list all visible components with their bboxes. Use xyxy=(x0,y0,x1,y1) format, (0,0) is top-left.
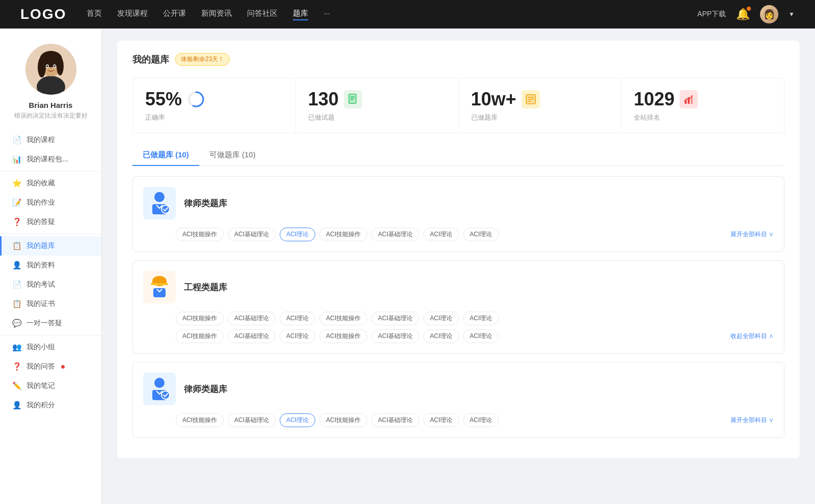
tag-1-5[interactable]: ACI基础理论 xyxy=(371,228,419,241)
qbank-card-lawyer-1: 律师类题库 ACI技能操作 ACI基础理论 ACI理论 ACI技能操作 ACI基… xyxy=(132,176,784,252)
svg-rect-13 xyxy=(349,94,356,103)
logo[interactable]: LOGO xyxy=(20,6,66,22)
tag-2b-1[interactable]: ACI技能操作 xyxy=(176,329,224,343)
tag-3-7[interactable]: ACI理论 xyxy=(463,413,499,427)
tag-2a-4[interactable]: ACI技能操作 xyxy=(319,312,367,325)
sidebar-label-questions: 我的答疑 xyxy=(26,217,55,227)
tag-1-3[interactable]: ACI理论 xyxy=(280,228,315,241)
qbank-card-engineer: 工程类题库 ACI技能操作 ACI基础理论 ACI理论 ACI技能操作 ACI基… xyxy=(132,260,784,354)
sidebar-item-profile[interactable]: 👤我的资料 xyxy=(0,256,101,275)
sidebar-label-points: 我的积分 xyxy=(26,401,55,410)
tag-2b-7[interactable]: ACI理论 xyxy=(463,329,499,343)
tag-2a-5[interactable]: ACI基础理论 xyxy=(371,312,419,325)
nav-link-0[interactable]: 首页 xyxy=(87,9,102,20)
accuracy-pie-icon xyxy=(187,90,205,108)
tag-2a-3[interactable]: ACI理论 xyxy=(280,312,315,325)
stat-banks-top: 10w+ xyxy=(471,89,540,110)
stat-rank: 1029 全站排名 xyxy=(621,78,784,132)
tag-1-6[interactable]: ACI理论 xyxy=(423,228,459,241)
avatar-dropdown-icon[interactable]: ▼ xyxy=(789,11,795,18)
tag-1-4[interactable]: ACI技能操作 xyxy=(319,228,367,241)
tag-3-3[interactable]: ACI理论 xyxy=(280,413,315,427)
sidebar-avatar xyxy=(25,44,76,95)
nav-link-3[interactable]: 新闻资讯 xyxy=(201,9,232,20)
notification-bell[interactable]: 🔔 xyxy=(736,8,750,21)
sidebar-icon-course_packages: 📊 xyxy=(12,155,21,164)
sidebar-label-course_packages: 我的课程包... xyxy=(26,155,68,164)
svg-point-5 xyxy=(38,57,46,77)
qbank-tags-row-2b: ACI技能操作 ACI基础理论 ACI理论 ACI技能操作 ACI基础理论 AC… xyxy=(143,329,774,343)
sidebar-item-courses[interactable]: 📄我的课程 xyxy=(0,130,101,150)
sidebar-label-notes: 我的笔记 xyxy=(26,381,55,390)
user-avatar[interactable]: 👩 xyxy=(760,5,778,23)
svg-rect-32 xyxy=(153,288,166,297)
nav-link-1[interactable]: 发现课程 xyxy=(117,9,148,20)
tag-3-4[interactable]: ACI技能操作 xyxy=(319,413,367,427)
svg-point-35 xyxy=(161,391,170,399)
nav-link-4[interactable]: 问答社区 xyxy=(247,9,278,20)
sidebar-item-homework[interactable]: 📝我的作业 xyxy=(0,193,101,212)
sidebar-item-favorites[interactable]: ⭐我的收藏 xyxy=(0,174,101,193)
main-content: 我的题库 体验剩余23天！ 55% xyxy=(102,29,815,504)
trial-badge: 体验剩余23天！ xyxy=(175,53,230,66)
qbank-tags-row-1: ACI技能操作 ACI基础理论 ACI理论 ACI技能操作 ACI基础理论 AC… xyxy=(143,228,774,241)
collapse-btn-2[interactable]: 收起全部科目 ∧ xyxy=(730,332,774,341)
expand-btn-1[interactable]: 展开全部科目 ∨ xyxy=(730,230,774,239)
svg-point-6 xyxy=(57,57,64,75)
stat-done-banks: 10w+ 已做题库 xyxy=(459,78,621,132)
doc-icon xyxy=(344,90,362,108)
sidebar-item-question_bank[interactable]: 📋我的题库 xyxy=(0,236,101,256)
sidebar-item-one_on_one[interactable]: 💬一对一答疑 xyxy=(0,314,101,333)
nav-link-5[interactable]: 题库 xyxy=(293,9,308,20)
app-download-link[interactable]: APP下载 xyxy=(697,10,726,19)
stat-done-label: 已做试题 xyxy=(308,113,335,122)
sidebar-item-exams[interactable]: 📄我的考试 xyxy=(0,275,101,294)
tag-2a-1[interactable]: ACI技能操作 xyxy=(176,312,224,325)
sidebar-label-my_questions: 我的问答 xyxy=(26,362,55,371)
sidebar-item-my_questions[interactable]: ❓我的问答 xyxy=(0,357,101,376)
page-header: 我的题库 体验剩余23天！ xyxy=(132,53,784,66)
sidebar-item-points[interactable]: 👤我的积分 xyxy=(0,396,101,415)
tag-3-2[interactable]: ACI基础理论 xyxy=(228,413,276,427)
tag-3-6[interactable]: ACI理论 xyxy=(423,413,459,427)
tag-2a-7[interactable]: ACI理论 xyxy=(463,312,499,325)
tab-available[interactable]: 可做题库 (10) xyxy=(199,145,266,166)
tag-2b-4[interactable]: ACI技能操作 xyxy=(319,329,367,343)
svg-point-10 xyxy=(53,65,56,67)
sidebar-icon-certificates: 📋 xyxy=(12,299,21,309)
sidebar-item-groups[interactable]: 👥我的小组 xyxy=(0,338,101,357)
tag-3-5[interactable]: ACI基础理论 xyxy=(371,413,419,427)
tag-1-2[interactable]: ACI基础理论 xyxy=(228,228,276,241)
tag-1-1[interactable]: ACI技能操作 xyxy=(176,228,224,241)
nav-link-2[interactable]: 公开课 xyxy=(163,9,186,20)
lawyer-icon-1 xyxy=(143,187,176,219)
sidebar-label-certificates: 我的证书 xyxy=(26,299,55,309)
expand-btn-3[interactable]: 展开全部科目 ∨ xyxy=(730,416,774,425)
tag-1-7[interactable]: ACI理论 xyxy=(463,228,499,241)
tag-2a-6[interactable]: ACI理论 xyxy=(423,312,459,325)
list-icon xyxy=(522,90,540,108)
nav-left: LOGO 首页发现课程公开课新闻资讯问答社区题库··· xyxy=(20,6,330,22)
tag-2b-3[interactable]: ACI理论 xyxy=(280,329,315,343)
sidebar-item-course_packages[interactable]: 📊我的课程包... xyxy=(0,150,101,169)
stat-banks-value: 10w+ xyxy=(471,89,517,110)
svg-rect-24 xyxy=(688,97,690,104)
tag-3-1[interactable]: ACI技能操作 xyxy=(176,413,224,427)
tag-2b-5[interactable]: ACI基础理论 xyxy=(371,329,419,343)
qbank-card-header-3: 律师类题库 xyxy=(143,373,774,405)
stat-banks-label: 已做题库 xyxy=(471,113,498,122)
tag-2b-6[interactable]: ACI理论 xyxy=(423,329,459,343)
qbank-card-lawyer-3: 律师类题库 ACI技能操作 ACI基础理论 ACI理论 ACI技能操作 ACI基… xyxy=(132,362,784,438)
qbank-tags-row-3: ACI技能操作 ACI基础理论 ACI理论 ACI技能操作 ACI基础理论 AC… xyxy=(143,413,774,427)
stat-accuracy-top: 55% xyxy=(145,89,205,110)
nav-link-6[interactable]: ··· xyxy=(323,9,330,20)
tags-container-1: ACI技能操作 ACI基础理论 ACI理论 ACI技能操作 ACI基础理论 AC… xyxy=(176,228,730,241)
sidebar-item-certificates[interactable]: 📋我的证书 xyxy=(0,294,101,314)
tab-done[interactable]: 已做题库 (10) xyxy=(132,145,199,166)
sidebar-item-questions[interactable]: ❓我的答疑 xyxy=(0,212,101,232)
notification-dot-my_questions xyxy=(61,365,65,369)
sidebar-item-notes[interactable]: ✏️我的笔记 xyxy=(0,376,101,396)
tag-2b-2[interactable]: ACI基础理论 xyxy=(228,329,276,343)
sidebar-divider-10 xyxy=(0,335,101,335)
tag-2a-2[interactable]: ACI基础理论 xyxy=(228,312,276,325)
